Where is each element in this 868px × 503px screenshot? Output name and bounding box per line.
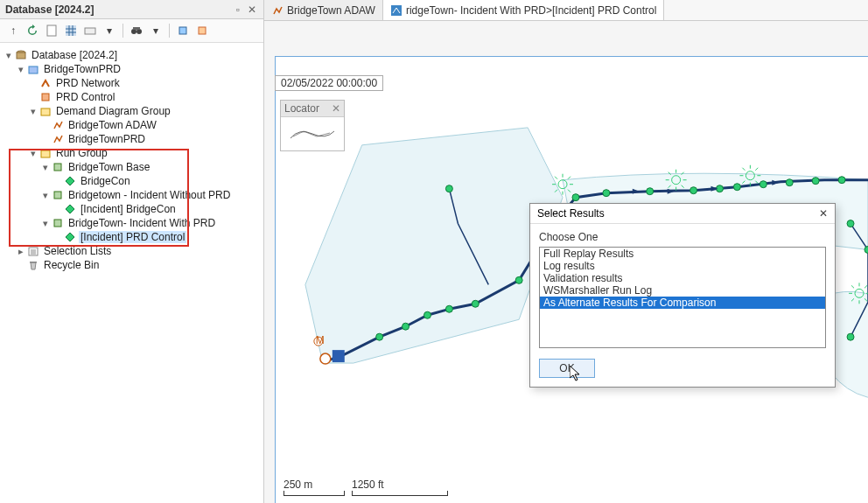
tree-adaw[interactable]: BridgeTown ADAW [4,118,260,132]
tool-a-icon[interactable] [175,23,191,38]
svg-rect-9 [17,52,25,59]
tree-run1[interactable]: ▾BridgeTown Base [4,160,260,174]
tree-ddg[interactable]: ▾Demand Diagram Group [4,104,260,118]
close-icon[interactable]: ✕ [819,207,828,220]
expander-icon[interactable]: ▾ [28,107,38,116]
tree-network[interactable]: PRD Network [4,76,260,90]
group-icon [38,105,52,117]
ok-button-label: OK [559,362,574,374]
tab-label: BridgeTown ADAW [287,4,375,17]
svg-point-33 [812,178,819,185]
svg-point-31 [760,181,766,188]
expander-icon[interactable]: ▾ [40,163,51,172]
database-toolbar: ↑ ▾ ▾ [0,19,263,43]
tree-run3c[interactable]: [Incident] PRD Control [4,230,260,244]
tree-label: Database [2024.2] [30,49,119,61]
tree-label: [Incident] BridgeCon [79,203,178,215]
tree-run1c[interactable]: BridgeCon [4,174,260,188]
database-tree[interactable]: ▾Database [2024.2] ▾BridgeTownPRD PRD Ne… [0,43,263,503]
timestamp-box[interactable]: 02/05/2022 00:00:00 [275,75,383,91]
svg-rect-52 [332,350,345,362]
folder-icon [26,63,40,75]
svg-rect-13 [41,150,50,157]
tab-incident[interactable]: ridgeTown- Incident With PRD>[Incident] … [383,0,664,20]
expander-icon[interactable]: ▾ [28,149,38,158]
svg-point-3 [131,29,136,34]
svg-rect-0 [47,25,56,36]
view-icon[interactable] [82,23,98,38]
tree-label: BridgeCon [79,175,132,187]
svg-point-25 [572,194,579,201]
dropdown-icon[interactable]: ▾ [102,23,117,38]
svg-rect-18 [54,220,61,227]
svg-text:M: M [316,334,325,346]
grid-icon[interactable] [63,23,79,38]
tree-label: PRD Network [54,77,122,89]
dialog-title: Select Results [537,207,605,220]
svg-rect-7 [199,27,206,34]
binoculars-icon[interactable] [129,23,144,38]
svg-rect-1 [66,25,76,36]
database-panel-header: Database [2024.2] ▫ ✕ [0,0,263,19]
expander-icon[interactable]: ▾ [40,219,51,228]
svg-point-30 [733,184,740,191]
tree-selection-lists[interactable]: ▸Selection Lists [4,244,260,258]
svg-point-4 [136,29,142,34]
tree-label: BridgeTownPRD [66,133,147,145]
group-icon [38,147,52,159]
tree-run2c[interactable]: [Incident] BridgeCon [4,202,260,216]
svg-point-41 [847,220,854,227]
tab-adaw[interactable]: BridgeTown ADAW [264,0,383,20]
database-icon [14,49,28,61]
panel-close-icon[interactable]: ✕ [246,3,258,16]
dropdown-icon-2[interactable]: ▾ [148,23,164,38]
list-item[interactable]: As Alternate Results For Comparison [540,297,825,309]
svg-point-28 [690,187,697,194]
tree-label: PRD Control [54,91,116,103]
run-icon [51,217,65,229]
control-icon [38,91,52,103]
select-results-dialog: Select Results ✕ Choose One Full Replay … [529,203,836,388]
scale-1250ft: 1250 ft [352,479,384,491]
ok-button[interactable]: OK [539,359,595,378]
svg-point-43 [847,333,854,340]
nav-up-icon[interactable]: ↑ [5,23,21,38]
bin-icon [26,259,40,271]
result-icon [63,175,77,187]
tree-control[interactable]: PRD Control [4,90,260,104]
list-item[interactable]: WSMarshaller Run Log [540,284,825,297]
expander-icon[interactable]: ▾ [16,65,26,74]
tree-recycle-bin[interactable]: Recycle Bin [4,258,260,272]
map-icon [390,4,402,17]
tree-ddg-prd[interactable]: BridgeTownPRD [4,132,260,146]
network-icon [38,77,52,89]
expander-icon[interactable]: ▾ [40,191,51,200]
tree-label: Demand Diagram Group [54,105,172,117]
tree-run2[interactable]: ▾Bridgetown - Incident Without PRD [4,188,260,202]
list-item[interactable]: Full Replay Results [540,248,825,260]
panel-pin-icon[interactable]: ▫ [232,3,244,16]
doc-icon[interactable] [44,23,60,38]
tree-prd[interactable]: ▾BridgeTownPRD [4,62,260,76]
svg-point-27 [647,188,654,195]
tool-b-icon[interactable] [194,23,210,38]
svg-rect-22 [391,5,402,16]
expander-icon[interactable]: ▾ [4,51,14,60]
tree-label: BridgeTownPRD [42,63,122,75]
refresh-icon[interactable] [24,23,40,38]
tree-run3[interactable]: ▾BridgeTown- Incident With PRD [4,216,260,230]
svg-point-39 [472,300,479,307]
tree-root[interactable]: ▾Database [2024.2] [4,48,260,62]
tree-rungroup[interactable]: ▾Run Group [4,146,260,160]
tree-label: BridgeTown- Incident With PRD [66,217,217,229]
list-icon [26,245,40,257]
tree-label: Bridgetown - Incident Without PRD [66,189,232,201]
expander-icon[interactable]: ▸ [16,247,26,256]
svg-point-23 [445,185,452,192]
dialog-label: Choose One [539,231,826,243]
svg-marker-17 [66,205,74,213]
list-item[interactable]: Validation results [540,272,825,284]
results-listbox[interactable]: Full Replay Results Log results Validati… [539,247,826,348]
chart-icon [51,133,65,145]
list-item[interactable]: Log results [540,260,825,272]
